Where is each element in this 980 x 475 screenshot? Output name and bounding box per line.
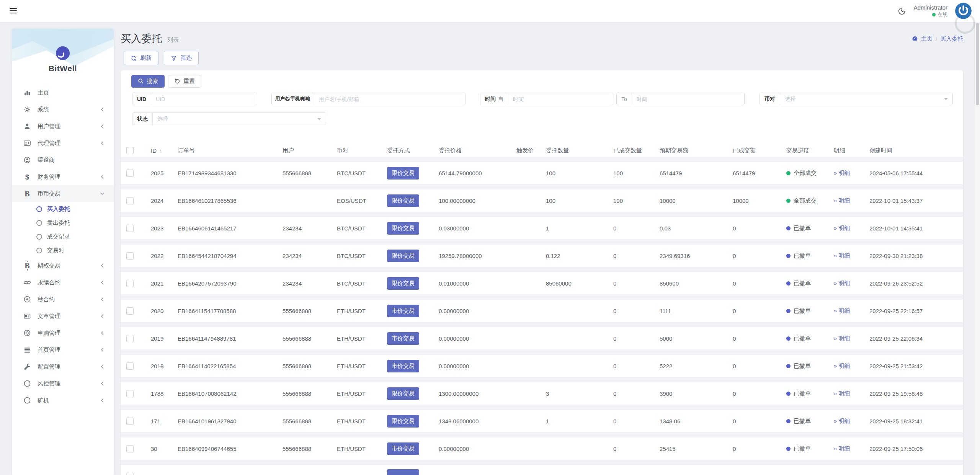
detail-link[interactable]: »明细 <box>834 418 850 425</box>
cell-order-type: 限价交易 <box>387 415 439 428</box>
scrollbar-track[interactable] <box>974 22 980 475</box>
cell-quantity: 0.122 <box>546 253 613 259</box>
order-type-badge: 限价交易 <box>387 222 419 235</box>
sidebar-item-label: 主页 <box>38 89 49 96</box>
breadcrumb-current[interactable]: 买入委托 <box>940 35 963 42</box>
menu-toggle-icon[interactable] <box>10 8 17 15</box>
double-chevron-right-icon: » <box>834 197 836 204</box>
column-header: 币对 <box>337 147 387 154</box>
dark-mode-toggle-icon[interactable] <box>898 7 906 15</box>
cell-filled-quantity: 0 <box>613 363 660 369</box>
chain-icon <box>23 279 31 286</box>
sidebar-item-user-management[interactable]: 用户管理 <box>12 118 114 135</box>
status-filter-group: 状态 选择 <box>132 113 326 125</box>
sidebar-item-label: 财务管理 <box>38 173 60 181</box>
detail-link[interactable]: »明细 <box>834 445 850 452</box>
detail-link[interactable]: »明细 <box>834 335 850 342</box>
cell-expected-amount: 10000 <box>660 198 733 204</box>
row-checkbox[interactable] <box>126 252 134 260</box>
username-input[interactable] <box>314 93 465 105</box>
breadcrumb-home-link[interactable]: 主页 <box>921 35 933 42</box>
cell-price: 0.00000000 <box>439 335 516 342</box>
search-button[interactable]: 搜索 <box>131 75 165 88</box>
sidebar-item-finance-management[interactable]: $财务管理 <box>12 168 114 185</box>
cell-detail: »明细 <box>834 225 869 232</box>
row-checkbox[interactable] <box>126 473 134 475</box>
detail-link[interactable]: »明细 <box>834 362 850 370</box>
chevron-left-icon <box>100 107 105 112</box>
cell-order-number: EB1664606141465217 <box>178 225 283 232</box>
row-checkbox[interactable] <box>126 225 134 232</box>
sidebar-item-article-management[interactable]: 文章管理 <box>12 308 114 325</box>
sidebar-subitem-trade-records[interactable]: 成交记录 <box>12 230 114 243</box>
status-text: 已撤单 <box>794 280 811 287</box>
order-type-badge: 限价交易 <box>387 194 419 207</box>
sidebar-item-spot-trading[interactable]: B币币交易 <box>12 185 114 202</box>
table-header: ID↑订单号用户币对委托方式委托价格触发价委托数量已成交数量预期交易额已成交额交… <box>121 144 963 157</box>
detail-link[interactable]: »明细 <box>834 280 850 287</box>
cell-order-type: 市价交易 <box>387 442 439 455</box>
sidebar-item-seconds-contract[interactable]: 秒合约 <box>12 291 114 308</box>
time-from-input[interactable] <box>508 93 613 105</box>
sidebar-item-homepage-management[interactable]: 首页管理 <box>12 341 114 358</box>
detail-link[interactable]: »明细 <box>834 307 850 315</box>
uid-label: UID <box>132 93 151 105</box>
column-header[interactable]: ID↑ <box>151 147 178 154</box>
row-checkbox[interactable] <box>126 280 134 287</box>
detail-link[interactable]: »明细 <box>834 170 850 177</box>
cell-filled-quantity: 0 <box>613 446 660 452</box>
reset-button[interactable]: 重置 <box>168 75 201 88</box>
sidebar-item-perpetual-contract[interactable]: 永续合约 <box>12 274 114 291</box>
time-from-label: 时间自 <box>480 93 508 105</box>
status-select[interactable]: 选择 <box>153 113 326 125</box>
filter-button[interactable]: 筛选 <box>164 51 199 65</box>
cell-order-type: 市价交易 <box>387 332 439 345</box>
sidebar-item-miner[interactable]: 矿机 <box>12 392 114 409</box>
row-checkbox[interactable] <box>126 197 134 204</box>
row-checkbox[interactable] <box>126 362 134 370</box>
user-menu[interactable]: Administrator 在线 <box>914 4 947 18</box>
row-checkbox[interactable] <box>126 170 134 177</box>
sidebar-item-options-trading[interactable]: B期权交易 <box>12 257 114 274</box>
pair-select[interactable]: 选择 <box>780 93 952 105</box>
scrollbar-thumb[interactable] <box>976 23 979 105</box>
row-checkbox[interactable] <box>126 390 134 397</box>
select-all-checkbox[interactable] <box>126 147 134 154</box>
column-header: 交易进度 <box>786 147 834 154</box>
row-checkbox[interactable] <box>126 445 134 452</box>
cell-filled-quantity: 0 <box>613 253 660 259</box>
uid-input[interactable] <box>151 93 257 105</box>
double-chevron-right-icon: » <box>834 307 836 315</box>
sidebar-item-risk-management[interactable]: 风控管理 <box>12 375 114 392</box>
detail-link[interactable]: »明细 <box>834 225 850 232</box>
status-text: 全部成交 <box>794 197 817 204</box>
sidebar-item-agent-management[interactable]: 代理管理 <box>12 135 114 152</box>
time-to-input[interactable] <box>632 93 744 105</box>
row-checkbox[interactable] <box>126 307 134 315</box>
row-checkbox[interactable] <box>126 418 134 425</box>
sidebar-subitem-trading-pairs[interactable]: 交易对 <box>12 243 114 257</box>
cell-detail: »明细 <box>834 197 869 204</box>
cell-order-type: 限价交易 <box>387 194 439 207</box>
cell-filled-amount: 6514479 <box>733 170 786 176</box>
column-header: 委托数量 <box>546 147 613 154</box>
detail-link[interactable]: »明细 <box>834 390 850 397</box>
cell-id: 30 <box>151 446 178 452</box>
avatar[interactable] <box>955 3 972 19</box>
row-checkbox[interactable] <box>126 335 134 342</box>
sidebar-item-channel-provider[interactable]: 渠道商 <box>12 152 114 168</box>
sidebar-item-config-management[interactable]: 配置管理 <box>12 358 114 375</box>
sidebar-subitem-buy-orders[interactable]: 买入委托 <box>12 202 114 216</box>
sidebar-item-home[interactable]: 主页 <box>12 84 114 101</box>
refresh-button[interactable]: 刷新 <box>124 51 158 65</box>
sidebar-subitem-sell-orders[interactable]: 卖出委托 <box>12 216 114 230</box>
cell-pair: BTC/USDT <box>337 225 387 232</box>
sidebar-item-subscription-management[interactable]: 申购管理 <box>12 325 114 341</box>
status-dot-icon <box>786 419 791 423</box>
detail-link[interactable]: »明细 <box>834 252 850 260</box>
sidebar-item-system[interactable]: 系统 <box>12 101 114 118</box>
cell-filled-quantity: 100 <box>613 198 660 204</box>
table-row: 2018EB1664114022165854555666888ETH/USDT市… <box>121 355 963 377</box>
cell-id: 171 <box>151 418 178 424</box>
detail-link[interactable]: »明细 <box>834 197 850 204</box>
